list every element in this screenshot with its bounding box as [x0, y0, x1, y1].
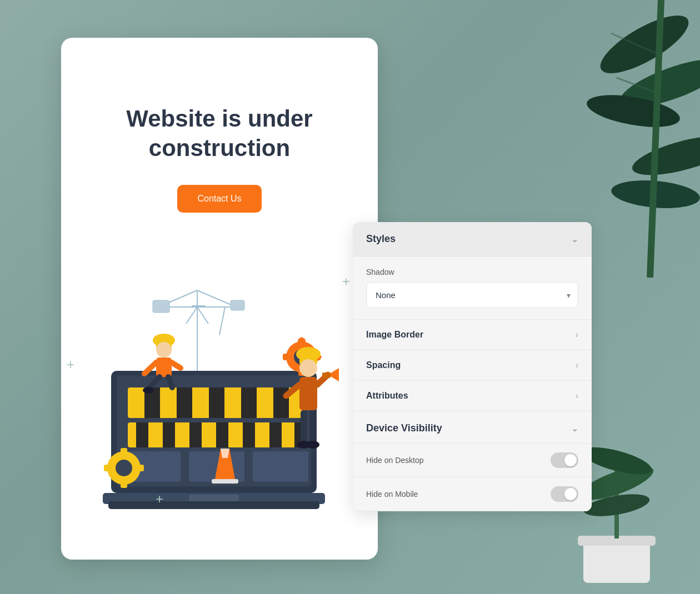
spacing-chevron-icon: ›: [576, 360, 578, 370]
svg-rect-58: [121, 480, 127, 488]
page-title: Website is under construction: [94, 104, 344, 163]
shadow-section: Shadow None Small Medium Large: [353, 256, 592, 320]
hide-on-mobile-label: Hide on Mobile: [366, 490, 418, 499]
svg-rect-57: [121, 448, 127, 456]
device-visibility-header[interactable]: Device Visibility ⌄: [353, 411, 592, 444]
svg-rect-67: [156, 358, 172, 377]
svg-rect-39: [269, 422, 282, 447]
styles-chevron-icon: ⌄: [571, 234, 578, 244]
plus-decoration-4: +: [156, 491, 163, 507]
svg-rect-38: [243, 422, 255, 447]
preview-card-content: Website is under construction Contact Us: [61, 38, 378, 257]
styles-panel: Styles ⌄ Shadow None Small Medium Large …: [353, 222, 592, 511]
svg-rect-34: [136, 422, 148, 447]
svg-point-66: [156, 342, 172, 358]
device-visibility-section: Device Visibility ⌄ Hide on Desktop Hide…: [353, 411, 592, 511]
device-visibility-chevron-icon: ⌄: [571, 423, 578, 434]
svg-point-75: [299, 359, 317, 377]
svg-point-84: [306, 441, 319, 449]
svg-rect-76: [299, 377, 317, 410]
plus-decoration-2: +: [67, 357, 74, 372]
svg-rect-35: [163, 422, 175, 447]
contact-us-button[interactable]: Contact Us: [177, 185, 261, 213]
attributes-right: ›: [576, 391, 578, 401]
svg-rect-81: [301, 410, 307, 444]
svg-line-17: [219, 307, 225, 335]
image-border-row[interactable]: Image Border ›: [353, 320, 592, 350]
preview-card: Website is under construction Contact Us…: [61, 38, 378, 560]
svg-rect-43: [253, 451, 308, 482]
svg-rect-23: [153, 300, 169, 313]
svg-rect-36: [189, 422, 202, 447]
attributes-row[interactable]: Attributes ›: [353, 381, 592, 411]
svg-point-72: [143, 387, 154, 394]
spacing-label: Spacing: [366, 360, 401, 370]
image-border-right: ›: [576, 330, 578, 340]
construction-illustration: [86, 279, 353, 512]
image-border-label: Image Border: [366, 330, 423, 340]
svg-rect-29: [177, 387, 192, 418]
hide-on-desktop-label: Hide on Desktop: [366, 456, 424, 465]
svg-point-3: [629, 128, 700, 183]
svg-rect-51: [283, 354, 291, 360]
svg-point-56: [116, 460, 132, 476]
svg-line-22: [197, 307, 208, 324]
svg-line-21: [186, 307, 197, 324]
styles-header[interactable]: Styles ⌄: [353, 222, 592, 256]
svg-rect-31: [241, 387, 257, 418]
image-border-chevron-icon: ›: [576, 330, 578, 340]
svg-line-69: [172, 363, 181, 368]
hide-on-mobile-row: Hide on Mobile: [353, 477, 592, 511]
hide-on-desktop-row: Hide on Desktop: [353, 444, 592, 477]
shadow-select-wrapper: None Small Medium Large: [366, 282, 578, 308]
svg-rect-63: [212, 479, 238, 484]
svg-rect-80: [322, 372, 331, 378]
svg-rect-30: [209, 387, 224, 418]
svg-line-71: [168, 377, 172, 387]
plus-decoration-1: +: [342, 274, 350, 289]
svg-rect-46: [108, 501, 319, 509]
attributes-chevron-icon: ›: [576, 391, 578, 401]
device-visibility-title: Device Visibility: [366, 422, 442, 434]
shadow-label: Shadow: [366, 268, 578, 276]
svg-rect-24: [231, 300, 244, 310]
svg-rect-82: [309, 410, 316, 444]
spacing-right: ›: [576, 360, 578, 370]
illustration-area: + + + +: [61, 268, 378, 512]
spacing-row[interactable]: Spacing ›: [353, 350, 592, 381]
styles-title: Styles: [366, 233, 396, 245]
svg-rect-60: [136, 465, 144, 471]
shadow-select[interactable]: None Small Medium Large: [366, 282, 578, 308]
attributes-label: Attributes: [366, 391, 408, 401]
svg-rect-45: [189, 495, 239, 501]
hide-on-mobile-toggle[interactable]: [551, 486, 578, 502]
hide-on-desktop-toggle[interactable]: [551, 452, 578, 468]
svg-rect-37: [216, 422, 228, 447]
svg-rect-59: [104, 465, 112, 471]
